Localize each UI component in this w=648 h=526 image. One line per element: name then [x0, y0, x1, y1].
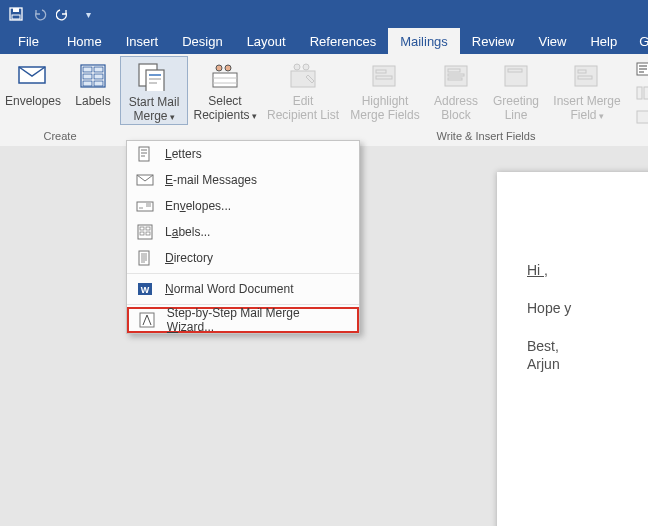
svg-point-23: [303, 64, 309, 70]
customize-qat-icon[interactable]: ▾: [80, 6, 96, 22]
svg-text:W: W: [141, 285, 150, 295]
envelopes-label: Envelopes: [5, 94, 61, 108]
tab-extra[interactable]: G: [629, 28, 648, 54]
tab-review[interactable]: Review: [460, 28, 527, 54]
tab-references[interactable]: References: [298, 28, 388, 54]
insert-merge-field-button: Insert Merge Field▾: [546, 56, 628, 123]
rules-button[interactable]: Rules ▾: [632, 58, 648, 80]
start-mail-merge-button[interactable]: Start Mail Merge▾: [120, 56, 188, 125]
dropdown-separator: [127, 273, 359, 274]
svg-rect-7: [83, 74, 92, 79]
svg-rect-16: [213, 73, 237, 87]
address-label-1: Address: [434, 94, 478, 108]
svg-rect-1: [13, 8, 19, 12]
chevron-down-icon: ▾: [599, 111, 604, 121]
envelopes-small-icon: [135, 198, 155, 214]
update-labels-button: Update L: [632, 106, 648, 128]
match-fields-button: Match Fi: [632, 82, 648, 104]
svg-point-20: [225, 65, 231, 71]
save-icon[interactable]: [8, 6, 24, 22]
edit-recipient-label-1: Edit: [293, 94, 314, 108]
letters-icon: [135, 146, 155, 162]
envelopes-button[interactable]: Envelopes: [0, 56, 66, 108]
insert-merge-field-icon: [571, 60, 603, 92]
insert-merge-label-1: Insert Merge: [553, 94, 620, 108]
svg-rect-34: [578, 70, 586, 73]
svg-rect-26: [376, 76, 392, 79]
dropdown-email-label: E-mail Messages: [165, 173, 257, 187]
svg-rect-30: [448, 78, 462, 80]
group-label-create: Create: [0, 128, 120, 146]
app-window: ▾ File Home Insert Design Layout Referen…: [0, 0, 648, 526]
dropdown-email[interactable]: E-mail Messages: [127, 167, 359, 193]
dropdown-envelopes-label: Envelopes...: [165, 199, 231, 213]
ribbon-group-write-insert: Highlight Merge Fields Address Block Gre…: [344, 54, 628, 146]
start-mail-merge-label-1: Start Mail: [129, 95, 180, 109]
highlight-label-2: Merge Fields: [350, 108, 419, 122]
redo-icon[interactable]: [56, 6, 72, 22]
greeting-line-button: Greeting Line: [486, 56, 546, 122]
tab-view[interactable]: View: [526, 28, 578, 54]
select-recipients-label-2: Recipients: [193, 108, 249, 122]
email-icon: [135, 172, 155, 188]
highlight-label-1: Highlight: [362, 94, 409, 108]
tab-file[interactable]: File: [10, 28, 55, 54]
tab-help[interactable]: Help: [578, 28, 629, 54]
dropdown-letters-label: Letters: [165, 147, 202, 161]
greeting-label-1: Greeting: [493, 94, 539, 108]
doc-line-hi: Hi ,: [527, 262, 648, 278]
svg-rect-10: [94, 81, 103, 86]
edit-recipient-list-button: Edit Recipient List: [262, 56, 344, 122]
chevron-down-icon: ▾: [252, 111, 257, 121]
doc-line-best: Best,: [527, 338, 648, 354]
dropdown-normal-label: Normal Word Document: [165, 282, 294, 296]
tab-home[interactable]: Home: [55, 28, 114, 54]
dropdown-letters[interactable]: Letters: [127, 141, 359, 167]
highlight-fields-icon: [369, 60, 401, 92]
quick-access-toolbar: ▾: [8, 6, 96, 22]
select-recipients-icon: [209, 60, 241, 92]
svg-rect-38: [644, 87, 648, 99]
highlight-merge-fields-button: Highlight Merge Fields: [344, 56, 426, 122]
document-page[interactable]: Hi , Hope y Best, Arjun: [497, 172, 648, 526]
match-fields-icon: [636, 85, 648, 101]
svg-rect-12: [146, 70, 164, 91]
svg-rect-13: [149, 74, 161, 76]
tab-design[interactable]: Design: [170, 28, 234, 54]
address-block-button: Address Block: [426, 56, 486, 122]
dropdown-labels[interactable]: Labels...: [127, 219, 359, 245]
edit-recipient-label-2: Recipient List: [267, 108, 339, 122]
word-icon: W: [135, 281, 155, 297]
start-mail-merge-label-2: Merge: [133, 109, 167, 123]
svg-rect-14: [149, 78, 161, 80]
doc-line-arjun: Arjun: [527, 356, 648, 372]
tab-mailings[interactable]: Mailings: [388, 28, 460, 54]
svg-rect-9: [83, 81, 92, 86]
wizard-icon: [137, 312, 157, 328]
labels-button[interactable]: Labels: [66, 56, 120, 108]
tab-layout[interactable]: Layout: [235, 28, 298, 54]
svg-rect-37: [637, 87, 642, 99]
ribbon: Envelopes Labels Create Start Mai: [0, 54, 648, 147]
tab-insert[interactable]: Insert: [114, 28, 171, 54]
svg-rect-6: [94, 67, 103, 72]
dropdown-normal-doc[interactable]: W Normal Word Document: [127, 276, 359, 302]
select-recipients-button[interactable]: Select Recipients▾: [188, 56, 262, 123]
dropdown-separator: [127, 304, 359, 305]
address-label-2: Block: [441, 108, 470, 122]
svg-rect-39: [637, 111, 648, 123]
update-labels-icon: [636, 109, 648, 125]
svg-rect-15: [149, 82, 157, 84]
svg-rect-8: [94, 74, 103, 79]
dropdown-envelopes[interactable]: Envelopes...: [127, 193, 359, 219]
start-mail-merge-dropdown: Letters E-mail Messages Envelopes... Lab…: [126, 140, 360, 334]
svg-rect-42: [137, 202, 153, 211]
undo-icon[interactable]: [32, 6, 48, 22]
edit-recipients-icon: [287, 60, 319, 92]
dropdown-directory[interactable]: Directory: [127, 245, 359, 271]
dropdown-wizard[interactable]: Step-by-Step Mail Merge Wizard...: [127, 307, 359, 333]
title-bar: ▾: [0, 0, 648, 28]
labels-icon: [77, 60, 109, 92]
greeting-line-icon: [500, 60, 532, 92]
svg-point-22: [294, 64, 300, 70]
